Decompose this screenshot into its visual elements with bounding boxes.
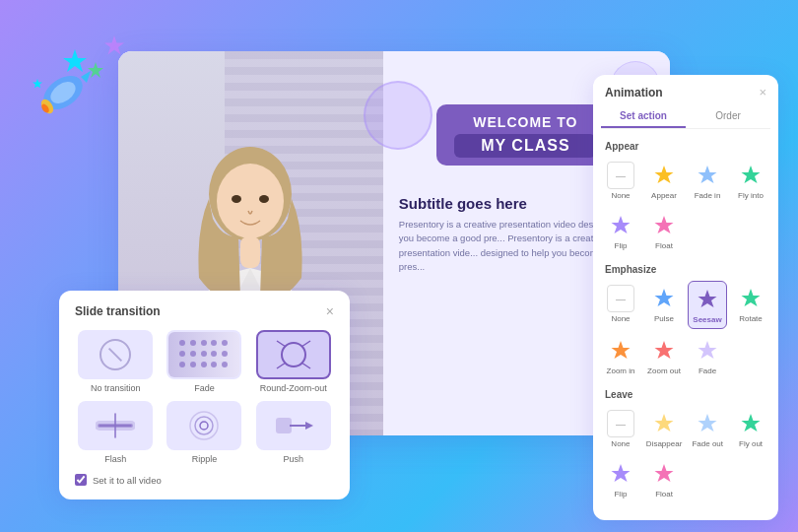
appear-float[interactable]: Float [644, 208, 684, 254]
transition-label-fade: Fade [194, 383, 215, 393]
animation-panel-header: Animation × [593, 75, 778, 105]
appear-flip[interactable]: Flip [601, 208, 640, 254]
star-decoration-1 [61, 47, 89, 75]
leave-section-label: Leave [593, 385, 778, 404]
leave-fade-out-icon [694, 410, 721, 437]
transition-label-ripple: Ripple [192, 454, 218, 464]
emphasize-zoom-in[interactable]: Zoom in [601, 333, 640, 379]
appear-none[interactable]: — None [601, 158, 640, 204]
slide-transition-panel: Slide transition × No transition Fade [59, 291, 350, 499]
checkbox-row: Set it to all video [75, 474, 334, 486]
appear-fade-in-icon [694, 162, 721, 189]
tab-set-action[interactable]: Set action [601, 105, 686, 128]
svg-line-13 [277, 363, 286, 368]
transition-item-none[interactable]: No transition [75, 330, 156, 393]
transition-item-push[interactable]: Push [253, 401, 334, 464]
transition-label-none: No transition [91, 383, 141, 393]
emphasize-section-label: Emphasize [593, 260, 778, 279]
emphasize-zoom-out[interactable]: Zoom out [644, 333, 684, 379]
appear-float-icon [650, 212, 678, 239]
transition-grid: No transition Fade [75, 330, 334, 464]
animation-panel-title: Animation [605, 86, 663, 100]
star-decoration-2 [87, 61, 104, 79]
svg-marker-24 [305, 422, 313, 430]
svg-point-4 [40, 102, 51, 114]
transition-item-flash[interactable]: Flash [75, 401, 156, 464]
emphasize-rotate-icon [737, 285, 765, 312]
checkbox-label: Set it to all video [93, 475, 162, 486]
svg-point-1 [46, 78, 79, 108]
svg-rect-22 [276, 418, 292, 433]
emphasize-pulse-icon [650, 285, 678, 312]
transition-thumb-fade[interactable] [166, 330, 241, 379]
animation-panel: Animation × Set action Order Appear — No… [593, 75, 778, 520]
transition-thumb-flash[interactable] [78, 401, 153, 450]
svg-point-9 [259, 195, 269, 203]
my-class-text: MY CLASS [454, 134, 596, 158]
svg-point-20 [195, 417, 213, 434]
appear-appear[interactable]: Appear [644, 158, 684, 204]
svg-point-0 [37, 69, 89, 116]
transition-item-ripple[interactable]: Ripple [164, 401, 244, 464]
appear-flip-icon [607, 212, 634, 239]
emphasize-rotate[interactable]: Rotate [731, 281, 770, 329]
animation-panel-close[interactable]: × [759, 85, 766, 100]
transition-label-round-zoom-out: Round-Zoom-out [260, 383, 327, 393]
transition-label-flash: Flash [104, 454, 126, 464]
emphasize-seesaw-icon [694, 286, 721, 313]
emphasize-none-icon: — [607, 285, 634, 312]
appear-section-label: Appear [593, 137, 778, 156]
leave-disappear[interactable]: Disappear [644, 406, 684, 452]
leave-float[interactable]: Float [644, 456, 684, 502]
svg-line-14 [301, 363, 310, 368]
svg-rect-7 [240, 236, 260, 268]
appear-none-icon: — [607, 162, 634, 189]
emphasize-grid: — None Pulse Seesaw Rotate Zoom in [593, 279, 778, 385]
appear-fly-into[interactable]: Fly into [731, 158, 770, 204]
transition-label-push: Push [284, 454, 304, 464]
tab-order[interactable]: Order [686, 105, 770, 128]
svg-point-8 [232, 195, 241, 203]
svg-marker-2 [81, 71, 91, 83]
transition-thumb-push[interactable] [256, 401, 331, 450]
leave-disappear-icon [650, 410, 678, 437]
appear-fly-into-icon [737, 162, 765, 189]
emphasize-seesaw[interactable]: Seesaw [688, 281, 727, 329]
emphasize-fade[interactable]: Fade [688, 333, 727, 379]
set-all-checkbox[interactable] [75, 474, 87, 486]
svg-point-3 [38, 98, 55, 116]
transition-thumb-round-zoom-out[interactable] [256, 330, 331, 379]
emphasize-fade-icon [694, 337, 721, 365]
transition-thumb-ripple[interactable] [166, 401, 241, 450]
welcome-to-text: WELCOME TO [454, 114, 596, 130]
svg-line-11 [277, 341, 286, 347]
emphasize-none[interactable]: — None [601, 281, 640, 329]
appear-fade-in[interactable]: Fade in [688, 158, 727, 204]
svg-point-21 [190, 412, 218, 439]
welcome-box: WELCOME TO MY CLASS [436, 104, 614, 166]
emphasize-zoom-out-icon [650, 337, 678, 365]
leave-none[interactable]: — None [601, 406, 640, 452]
leave-fade-out[interactable]: Fade out [688, 406, 727, 452]
leave-flip-icon [607, 460, 634, 488]
leave-flip[interactable]: Flip [601, 456, 640, 502]
emphasize-zoom-in-icon [607, 337, 634, 365]
appear-grid: — None Appear Fade in Fly into Flip [593, 156, 778, 260]
panel-title: Slide transition [75, 304, 161, 318]
panel-header: Slide transition × [75, 304, 334, 318]
appear-appear-icon [650, 162, 678, 189]
animation-tabs: Set action Order [601, 105, 770, 129]
leave-float-icon [650, 460, 678, 488]
emphasize-pulse[interactable]: Pulse [644, 281, 684, 329]
leave-grid: — None Disappear Fade out Fly out Flip [593, 404, 778, 508]
transition-item-round-zoom-out[interactable]: Round-Zoom-out [253, 330, 334, 393]
leave-none-icon: — [607, 410, 634, 437]
leave-fly-out-icon [737, 410, 765, 437]
leave-fly-out[interactable]: Fly out [731, 406, 770, 452]
svg-point-19 [200, 422, 208, 430]
transition-item-fade[interactable]: Fade [164, 330, 244, 393]
transition-thumb-none[interactable] [78, 330, 153, 379]
panel-close-button[interactable]: × [326, 304, 334, 318]
svg-point-6 [217, 164, 284, 238]
rocket-decoration [30, 67, 97, 118]
